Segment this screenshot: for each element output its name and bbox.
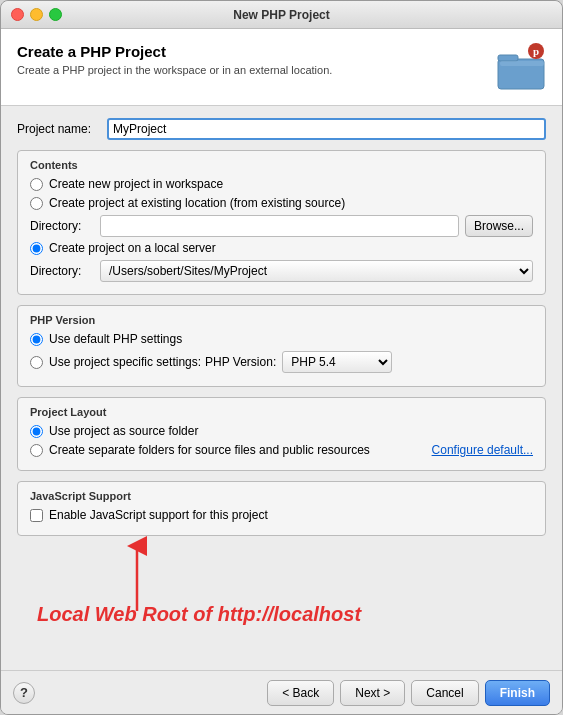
folder-icon: p — [496, 43, 546, 93]
radio-default-php: Use default PHP settings — [30, 332, 533, 346]
footer: ? < Back Next > Cancel Finish — [1, 670, 562, 714]
finish-button[interactable]: Finish — [485, 680, 550, 706]
page-heading: Create a PHP Project — [17, 43, 332, 60]
radio-specific-php-input[interactable] — [30, 356, 43, 369]
svg-rect-2 — [500, 61, 544, 66]
javascript-section: JavaScript Support Enable JavaScript sup… — [17, 481, 546, 536]
directory-row-1: Directory: Browse... — [30, 215, 533, 237]
svg-text:p: p — [533, 45, 539, 57]
radio-separate-folders-label: Create separate folders for source files… — [49, 443, 370, 457]
contents-title: Contents — [30, 159, 533, 171]
project-name-row: Project name: — [17, 118, 546, 140]
form-area: Project name: Contents Create new projec… — [1, 106, 562, 670]
project-name-input[interactable] — [107, 118, 546, 140]
annotation-text: Local Web Root of http://localhost — [37, 603, 361, 626]
radio-local-server-input[interactable] — [30, 242, 43, 255]
project-name-label: Project name: — [17, 122, 107, 136]
radio-new-workspace: Create new project in workspace — [30, 177, 533, 191]
javascript-title: JavaScript Support — [30, 490, 533, 502]
next-button[interactable]: Next > — [340, 680, 405, 706]
php-version-select-label: PHP Version: — [205, 355, 276, 369]
maximize-button[interactable] — [49, 8, 62, 21]
local-directory-select[interactable]: /Users/sobert/Sites/MyProject — [100, 260, 533, 282]
radio-existing-location: Create project at existing location (fro… — [30, 196, 533, 210]
radio-separate-folders-input[interactable] — [30, 444, 43, 457]
radio-existing-location-label: Create project at existing location (fro… — [49, 196, 345, 210]
svg-rect-1 — [498, 55, 518, 61]
php-version-section: PHP Version Use default PHP settings Use… — [17, 305, 546, 387]
directory-label-2: Directory: — [30, 264, 100, 278]
window-title: New PHP Project — [233, 8, 329, 22]
minimize-button[interactable] — [30, 8, 43, 21]
radio-local-server-label: Create project on a local server — [49, 241, 216, 255]
content-area: Create a PHP Project Create a PHP projec… — [1, 29, 562, 714]
window-controls — [11, 8, 62, 21]
directory-row-2: Directory: /Users/sobert/Sites/MyProject — [30, 260, 533, 282]
radio-existing-location-input[interactable] — [30, 197, 43, 210]
directory-input-1[interactable] — [100, 215, 459, 237]
radio-new-workspace-input[interactable] — [30, 178, 43, 191]
radio-specific-php: Use project specific settings: PHP Versi… — [30, 351, 533, 373]
radio-source-folder-label: Use project as source folder — [49, 424, 198, 438]
php-version-title: PHP Version — [30, 314, 533, 326]
window: New PHP Project Create a PHP Project Cre… — [0, 0, 563, 715]
header-section: Create a PHP Project Create a PHP projec… — [1, 29, 562, 106]
radio-source-folder-input[interactable] — [30, 425, 43, 438]
configure-default-link[interactable]: Configure default... — [432, 443, 533, 457]
cancel-button[interactable]: Cancel — [411, 680, 478, 706]
javascript-checkbox[interactable] — [30, 509, 43, 522]
header-icon: p — [496, 43, 546, 93]
contents-section: Contents Create new project in workspace… — [17, 150, 546, 295]
layout-separate-folders-row: Create separate folders for source files… — [30, 443, 533, 457]
project-layout-title: Project Layout — [30, 406, 533, 418]
radio-local-server: Create project on a local server — [30, 241, 533, 255]
radio-new-workspace-label: Create new project in workspace — [49, 177, 223, 191]
page-description: Create a PHP project in the workspace or… — [17, 64, 332, 76]
radio-default-php-input[interactable] — [30, 333, 43, 346]
radio-specific-php-label: Use project specific settings: — [49, 355, 201, 369]
javascript-checkbox-row: Enable JavaScript support for this proje… — [30, 508, 533, 522]
help-button[interactable]: ? — [13, 682, 35, 704]
close-button[interactable] — [11, 8, 24, 21]
directory-label-1: Directory: — [30, 219, 100, 233]
annotation-area: Local Web Root of http://localhost — [17, 546, 546, 626]
radio-default-php-label: Use default PHP settings — [49, 332, 182, 346]
radio-source-folder: Use project as source folder — [30, 424, 533, 438]
javascript-checkbox-label: Enable JavaScript support for this proje… — [49, 508, 268, 522]
title-bar: New PHP Project — [1, 1, 562, 29]
project-layout-section: Project Layout Use project as source fol… — [17, 397, 546, 471]
back-button[interactable]: < Back — [267, 680, 334, 706]
browse-button[interactable]: Browse... — [465, 215, 533, 237]
php-version-select[interactable]: PHP 5.4 — [282, 351, 392, 373]
